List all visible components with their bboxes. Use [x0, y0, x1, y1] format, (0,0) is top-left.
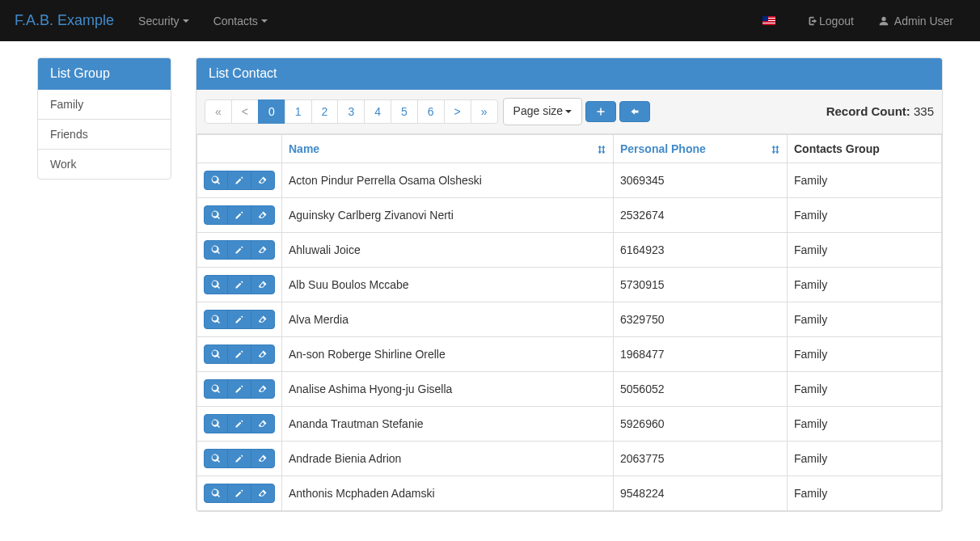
- col-name-link[interactable]: Name: [289, 142, 319, 155]
- cell-name: Analise Ashima Hyong-ju Gisella: [282, 371, 614, 406]
- table-row: Alb Suu Boulos Mccabe5730915Family: [197, 267, 942, 302]
- row-actions: [197, 197, 282, 232]
- table-body: Acton Pindur Perrella Osama Olsheski3069…: [197, 163, 942, 510]
- page-4[interactable]: 4: [364, 99, 391, 124]
- erase-icon: [258, 349, 268, 359]
- cell-phone: 9548224: [614, 475, 788, 510]
- cell-phone: 6329750: [614, 302, 788, 336]
- delete-button[interactable]: [251, 449, 275, 468]
- page-next[interactable]: >: [444, 99, 471, 124]
- search-icon: [211, 245, 221, 255]
- page-first: «: [205, 99, 232, 124]
- delete-button[interactable]: [251, 171, 275, 190]
- cell-name: Andrade Bienia Adrion: [282, 441, 614, 475]
- sort-icon: [597, 142, 606, 155]
- nav-menu-contacts[interactable]: Contacts: [201, 2, 280, 40]
- delete-button[interactable]: [251, 240, 275, 260]
- record-count-label: Record Count:: [826, 104, 914, 118]
- delete-button[interactable]: [251, 310, 275, 329]
- navbar-left: F.A.B. Example Security Contacts: [15, 0, 280, 41]
- edit-button[interactable]: [227, 240, 251, 260]
- flag-icon: [762, 16, 775, 25]
- sidebar-item-friends[interactable]: Friends: [38, 119, 171, 149]
- nav-menu-security[interactable]: Security: [126, 2, 201, 40]
- show-button[interactable]: [204, 344, 228, 364]
- edit-icon: [234, 419, 244, 429]
- page-1[interactable]: 1: [285, 99, 312, 124]
- cell-phone: 3069345: [614, 163, 788, 197]
- user-menu[interactable]: Admin User: [866, 2, 965, 40]
- search-icon: [211, 419, 221, 429]
- page-3[interactable]: 3: [337, 99, 365, 124]
- edit-button[interactable]: [227, 449, 251, 468]
- row-actions: [197, 163, 282, 197]
- language-selector[interactable]: [750, 4, 794, 37]
- panel-title: List Contact: [196, 58, 942, 90]
- main-content: List Contact «<0123456>» Page size Rec: [196, 57, 943, 528]
- main-panel: List Contact «<0123456>» Page size Rec: [196, 57, 943, 512]
- cell-name: Ananda Trautman Stefanie: [282, 406, 614, 441]
- edit-button[interactable]: [227, 379, 251, 399]
- show-button[interactable]: [204, 310, 228, 329]
- col-personal-phone[interactable]: Personal Phone: [614, 134, 788, 163]
- table-row: Alva Merdia6329750Family: [197, 302, 942, 336]
- show-button[interactable]: [204, 379, 228, 399]
- edit-button[interactable]: [227, 344, 251, 364]
- record-count: Record Count: 335: [826, 104, 934, 118]
- cell-group: Family: [788, 302, 942, 336]
- show-button[interactable]: [204, 171, 228, 190]
- edit-button[interactable]: [227, 310, 251, 329]
- edit-icon: [234, 245, 244, 255]
- erase-icon: [258, 280, 268, 290]
- sidebar-item-family[interactable]: Family: [38, 90, 171, 119]
- show-button[interactable]: [204, 484, 228, 503]
- edit-button[interactable]: [227, 205, 251, 225]
- sidebar-title: List Group: [38, 58, 171, 90]
- edit-button[interactable]: [227, 275, 251, 294]
- sort-icon: [771, 142, 780, 155]
- edit-icon: [234, 454, 244, 463]
- delete-button[interactable]: [251, 484, 275, 503]
- delete-button[interactable]: [251, 205, 275, 225]
- show-button[interactable]: [204, 240, 228, 260]
- edit-icon: [234, 384, 244, 394]
- page-6[interactable]: 6: [417, 99, 445, 124]
- add-button[interactable]: [585, 101, 616, 122]
- table-row: Ahluwali Joice6164923Family: [197, 232, 942, 267]
- table-row: Aguinsky Carlberg Zivanovi Nerti2532674F…: [197, 197, 942, 232]
- edit-button[interactable]: [227, 171, 251, 190]
- plus-icon: [596, 107, 606, 116]
- delete-button[interactable]: [251, 275, 275, 294]
- show-button[interactable]: [204, 275, 228, 294]
- delete-button[interactable]: [251, 344, 275, 364]
- back-button[interactable]: [619, 101, 650, 122]
- page-2[interactable]: 2: [311, 99, 339, 124]
- cell-name: Anthonis Mcphaden Adamski: [282, 475, 614, 510]
- page-0[interactable]: 0: [258, 99, 285, 124]
- edit-button[interactable]: [227, 484, 251, 503]
- delete-button[interactable]: [251, 414, 275, 433]
- edit-icon: [234, 349, 244, 359]
- col-phone-link[interactable]: Personal Phone: [620, 142, 706, 155]
- page-5[interactable]: 5: [391, 99, 418, 124]
- nav-menu-security-label: Security: [138, 15, 180, 27]
- erase-icon: [258, 488, 268, 498]
- show-button[interactable]: [204, 205, 228, 225]
- show-button[interactable]: [204, 449, 228, 468]
- table-row: Analise Ashima Hyong-ju Gisella5056052Fa…: [197, 371, 942, 406]
- edit-icon: [234, 315, 244, 324]
- delete-button[interactable]: [251, 379, 275, 399]
- logout-link[interactable]: Logout: [794, 2, 866, 40]
- cell-name: Alva Merdia: [282, 302, 614, 336]
- show-button[interactable]: [204, 414, 228, 433]
- page-last[interactable]: »: [471, 99, 498, 124]
- page-size-button[interactable]: Page size: [503, 98, 582, 125]
- sidebar-item-work[interactable]: Work: [38, 149, 171, 179]
- cell-name: Alb Suu Boulos Mccabe: [282, 267, 614, 302]
- caret-down-icon: [565, 110, 572, 113]
- user-label: Admin User: [894, 15, 953, 27]
- col-name[interactable]: Name: [282, 134, 614, 163]
- navbar-brand[interactable]: F.A.B. Example: [15, 0, 126, 41]
- edit-button[interactable]: [227, 414, 251, 433]
- cell-group: Family: [788, 197, 942, 232]
